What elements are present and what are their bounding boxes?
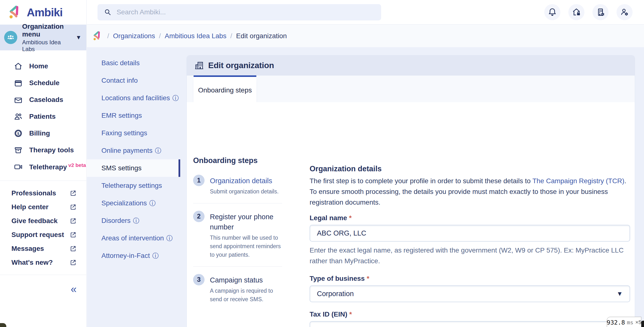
step-number-badge: 3 [193, 274, 204, 285]
sidebar-item-teletherapy[interactable]: Teletherapyv2 beta [0, 158, 86, 175]
person-gear-icon [620, 7, 630, 17]
type-of-business-select[interactable]: Corporation ▼ [310, 285, 630, 302]
settings-nav-locations[interactable]: Locations and facilitiesⓘ [87, 89, 180, 107]
settings-nav-faxing-settings[interactable]: Faxing settings [87, 124, 180, 142]
edit-organization-card: Edit organization Onboarding steps Onboa… [187, 56, 635, 327]
building-gear-icon [596, 7, 605, 17]
breadcrumb-separator: / [159, 32, 161, 40]
breadcrumb-current: Edit organization [236, 32, 287, 40]
sidebar-link-label: Professionals [12, 189, 69, 197]
settings-nav-sms-settings[interactable]: SMS settings [87, 159, 180, 177]
ambiki-mark-icon [93, 31, 103, 41]
sidebar-link-label: Give feedback [12, 217, 69, 225]
settings-nav-basic-details[interactable]: Basic details [87, 54, 180, 72]
gear-icon [625, 13, 628, 16]
info-icon: ⓘ [133, 216, 139, 225]
info-icon: ⓘ [166, 234, 173, 243]
field-tax-id: Tax ID (EIN)* Format: 00-0000000 [310, 310, 630, 327]
tcr-link[interactable]: The Campaign Registry (TCR) [532, 177, 624, 185]
collapse-sidebar-icon[interactable]: « [71, 284, 76, 294]
topbar [87, 0, 644, 25]
legal-name-input[interactable] [310, 225, 630, 242]
external-link-icon [69, 231, 76, 238]
field-label: Type of business* [310, 275, 630, 282]
step-title-link[interactable]: Organization details [210, 176, 279, 186]
selected-option: Corporation [317, 290, 354, 298]
organization-avatar [4, 31, 17, 44]
video-camera-icon [14, 162, 23, 172]
sidebar-item-schedule[interactable]: Schedule [0, 75, 86, 91]
sidebar-link-label: What's new? [12, 259, 69, 266]
home-lock-button[interactable] [568, 4, 584, 20]
step-register-phone: 2 Register your phone number This number… [193, 211, 282, 259]
sidebar-item-patients[interactable]: Patients [0, 108, 86, 125]
settings-nav-contact-info[interactable]: Contact info [87, 72, 180, 89]
sidebar-link-label: Messages [12, 245, 69, 252]
settings-nav-specializations[interactable]: Specializationsⓘ [87, 194, 180, 212]
onboarding-steps-panel: Onboarding steps 1 Organization details … [193, 156, 282, 304]
page-title: Edit organization [208, 61, 274, 70]
field-helper: Enter the exact legal name, as registere… [310, 245, 630, 266]
breadcrumb: / Organizations / Ambitious Idea Labs / … [87, 25, 644, 47]
steps-heading: Onboarding steps [193, 156, 282, 165]
building-icon [194, 60, 204, 71]
organization-settings-button[interactable] [592, 4, 608, 20]
tab-onboarding-steps[interactable]: Onboarding steps [194, 75, 256, 104]
sidebar-link-give-feedback[interactable]: Give feedback [0, 214, 86, 228]
breadcrumb-separator: / [230, 32, 232, 40]
field-type-of-business: Type of business* Corporation ▼ [310, 275, 630, 302]
external-link-icon [69, 245, 76, 252]
sidebar-item-home[interactable]: Home [0, 58, 86, 75]
step-description: Submit organization details. [210, 187, 279, 196]
form-heading: Organization details [310, 164, 630, 173]
sidebar-item-label: Therapy tools [29, 146, 74, 154]
sidebar-link-support-request[interactable]: Support request [0, 228, 86, 242]
sidebar-item-billing[interactable]: $ Billing [0, 125, 86, 142]
sidebar-item-label: Patients [29, 113, 56, 120]
sidebar-link-messages[interactable]: Messages [0, 242, 86, 255]
profiler-unit: ms [627, 319, 634, 325]
info-icon: ⓘ [172, 94, 179, 102]
account-settings-button[interactable] [616, 4, 632, 20]
select-caret-icon: ▼ [616, 290, 623, 297]
breadcrumb-org-name[interactable]: Ambitious Idea Labs [165, 32, 226, 40]
sidebar-item-therapy-tools[interactable]: Therapy tools [0, 142, 86, 158]
storage-bin-icon [14, 146, 23, 155]
step-divider [193, 203, 282, 203]
sidebar-item-label: Schedule [29, 79, 59, 87]
people-group-icon [6, 33, 15, 42]
sidebar-divider [0, 181, 86, 181]
step-title: Register your phone number [210, 212, 282, 232]
sidebar-link-whats-new[interactable]: What's new? [0, 255, 86, 269]
sidebar-item-caseloads[interactable]: Caseloads [0, 91, 86, 108]
sidebar-link-help-center[interactable]: Help center [0, 200, 86, 214]
content-area: Basic details Contact info Locations and… [87, 47, 644, 327]
search-input[interactable] [116, 8, 375, 16]
settings-nav-disorders[interactable]: Disordersⓘ [87, 212, 180, 229]
briefcase-icon [14, 95, 23, 104]
step-number-badge: 2 [193, 211, 204, 222]
organization-menu[interactable]: Organization menu Ambitious Idea Labs ▼ [0, 25, 86, 50]
profiler-badge[interactable]: 932.8 ms ×5 [607, 317, 641, 327]
settings-nav-teletherapy-settings[interactable]: Teletherapy settings [87, 177, 180, 194]
beta-badge: v2 beta [68, 162, 86, 168]
settings-nav-emr-settings[interactable]: EMR settings [87, 107, 180, 124]
notifications-button[interactable] [544, 4, 560, 20]
global-search[interactable] [98, 4, 381, 21]
house-lock-icon [572, 7, 581, 17]
sidebar-item-label: Home [29, 62, 48, 70]
step-organization-details: 1 Organization details Submit organizati… [193, 175, 282, 196]
settings-nav-attorney-in-fact[interactable]: Attorney-in-Factⓘ [87, 247, 180, 264]
card-body: Onboarding steps 1 Organization details … [187, 102, 635, 327]
sidebar-item-label: Caseloads [29, 96, 63, 104]
external-link-icon [69, 259, 76, 266]
app-logo[interactable]: Ambiki [0, 0, 86, 25]
breadcrumb-organizations[interactable]: Organizations [113, 32, 155, 40]
patients-icon [14, 112, 23, 121]
tax-id-input[interactable] [310, 321, 630, 327]
settings-nav-online-payments[interactable]: Online paymentsⓘ [87, 142, 180, 159]
sidebar-link-professionals[interactable]: Professionals [0, 186, 86, 200]
profiler-corner-artifact [641, 321, 644, 327]
sidebar-link-label: Support request [12, 231, 69, 239]
settings-nav-areas-of-intervention[interactable]: Areas of interventionⓘ [87, 229, 180, 247]
